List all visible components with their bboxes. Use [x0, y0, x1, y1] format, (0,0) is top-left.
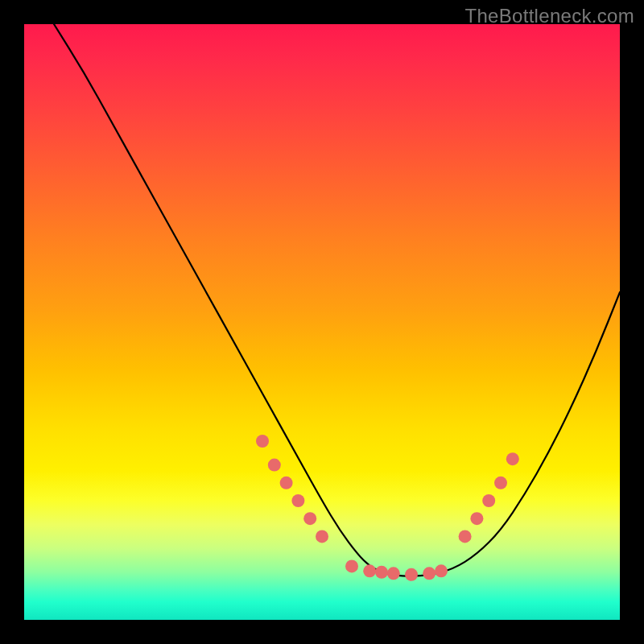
data-point [435, 564, 448, 577]
data-point [316, 530, 328, 543]
data-point [405, 568, 418, 581]
bottleneck-curve [54, 24, 620, 576]
chart-frame [24, 24, 620, 620]
data-point [459, 530, 472, 543]
data-point [256, 435, 269, 448]
data-point [303, 512, 316, 525]
data-point [363, 564, 376, 577]
data-point [423, 567, 436, 580]
data-point [291, 494, 304, 507]
data-points [256, 435, 519, 581]
data-point [482, 494, 495, 507]
data-point [506, 452, 519, 465]
data-point [280, 477, 293, 489]
data-point [494, 477, 507, 489]
chart-svg [24, 24, 620, 620]
data-point [345, 559, 358, 572]
data-point [268, 459, 281, 472]
data-point [387, 567, 400, 580]
data-point [470, 512, 483, 525]
data-point [375, 566, 388, 579]
